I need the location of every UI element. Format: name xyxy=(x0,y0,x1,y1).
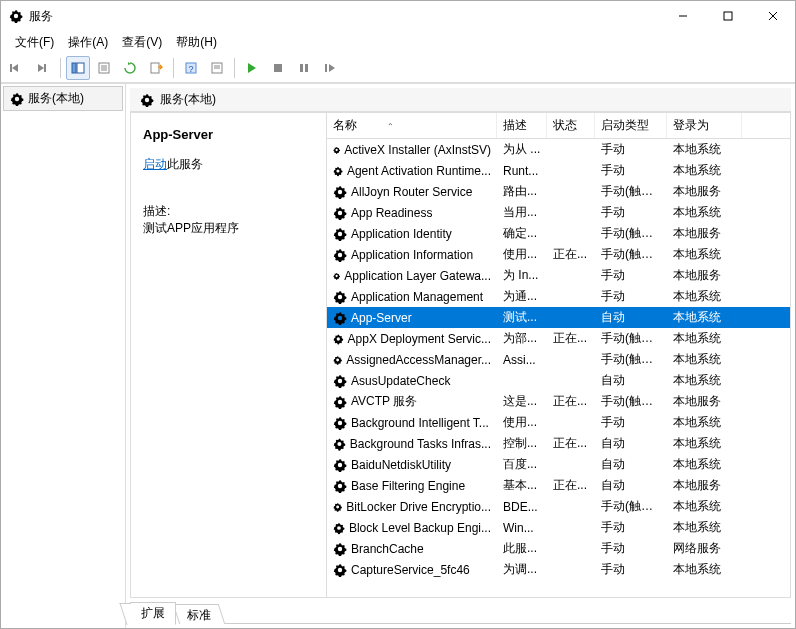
gear-icon xyxy=(333,290,347,304)
service-row[interactable]: App-Server测试...自动本地系统 xyxy=(327,307,790,328)
svg-rect-16 xyxy=(274,64,282,72)
gear-icon xyxy=(333,374,347,388)
service-row[interactable]: BranchCache此服...手动网络服务 xyxy=(327,538,790,559)
service-logon: 本地系统 xyxy=(667,160,742,181)
col-header-name[interactable]: 名称⌃ xyxy=(327,113,497,138)
pause-service-button[interactable] xyxy=(292,56,316,80)
service-logon: 本地系统 xyxy=(667,454,742,475)
maximize-button[interactable] xyxy=(705,1,750,31)
service-start-type: 手动 xyxy=(595,517,667,538)
service-desc: 为通... xyxy=(497,286,547,307)
stop-service-button[interactable] xyxy=(266,56,290,80)
refresh-button[interactable] xyxy=(118,56,142,80)
service-row[interactable]: ActiveX Installer (AxInstSV)为从 ...手动本地系统 xyxy=(327,139,790,160)
back-button[interactable] xyxy=(5,56,29,80)
service-row[interactable]: Application Information使用...正在...手动(触发..… xyxy=(327,244,790,265)
service-status: 正在... xyxy=(547,391,595,412)
start-service-button[interactable] xyxy=(240,56,264,80)
service-row[interactable]: BitLocker Drive Encryptio...BDE...手动(触发.… xyxy=(327,496,790,517)
service-desc: 为 In... xyxy=(497,265,547,286)
gear-icon xyxy=(333,563,347,577)
properties-button[interactable] xyxy=(92,56,116,80)
service-desc: 为从 ... xyxy=(497,139,547,160)
service-name: Application Management xyxy=(351,290,483,304)
service-desc: 使用... xyxy=(497,412,547,433)
service-desc xyxy=(497,379,547,383)
service-row[interactable]: App Readiness当用...手动本地系统 xyxy=(327,202,790,223)
service-logon: 本地系统 xyxy=(667,496,742,517)
gear-icon xyxy=(333,458,347,472)
service-status xyxy=(547,547,595,551)
restart-service-button[interactable] xyxy=(318,56,342,80)
console-tree: 服务(本地) xyxy=(1,84,126,628)
tree-root-services[interactable]: 服务(本地) xyxy=(3,86,123,111)
service-row[interactable]: Application Layer Gatewa...为 In...手动本地服务 xyxy=(327,265,790,286)
service-status xyxy=(547,358,595,362)
show-hide-tree-button[interactable] xyxy=(66,56,90,80)
sort-caret-icon: ⌃ xyxy=(387,122,394,131)
tree-root-label: 服务(本地) xyxy=(28,90,84,107)
forward-button[interactable] xyxy=(31,56,55,80)
service-row[interactable]: AllJoyn Router Service路由...手动(触发...本地服务 xyxy=(327,181,790,202)
service-logon: 本地系统 xyxy=(667,412,742,433)
service-name: AVCTP 服务 xyxy=(351,393,417,410)
service-status xyxy=(547,568,595,572)
service-start-type: 自动 xyxy=(595,370,667,391)
service-desc: Assi... xyxy=(497,351,547,369)
service-logon: 本地系统 xyxy=(667,244,742,265)
gear-icon xyxy=(333,185,347,199)
start-service-link[interactable]: 启动 xyxy=(143,157,167,171)
window-title: 服务 xyxy=(29,8,660,25)
service-row[interactable]: Application Identity确定...手动(触发...本地服务 xyxy=(327,223,790,244)
close-button[interactable] xyxy=(750,1,795,31)
service-name: AssignedAccessManager... xyxy=(346,353,491,367)
col-header-status[interactable]: 状态 xyxy=(547,113,595,138)
gear-icon xyxy=(333,164,343,178)
svg-rect-5 xyxy=(77,63,84,73)
service-desc: BDE... xyxy=(497,498,547,516)
description-label: 描述: xyxy=(143,203,314,220)
service-desc: 为调... xyxy=(497,559,547,580)
service-row[interactable]: AsusUpdateCheck自动本地系统 xyxy=(327,370,790,391)
menu-view[interactable]: 查看(V) xyxy=(116,32,168,53)
selected-service-name: App-Server xyxy=(143,127,314,142)
service-logon: 本地系统 xyxy=(667,328,742,349)
gear-icon xyxy=(333,332,344,346)
tab-standard[interactable]: 标准 xyxy=(173,604,225,624)
menu-help[interactable]: 帮助(H) xyxy=(170,32,223,53)
service-row[interactable]: Base Filtering Engine基本...正在...自动本地服务 xyxy=(327,475,790,496)
service-row[interactable]: AssignedAccessManager...Assi...手动(触发...本… xyxy=(327,349,790,370)
service-start-type: 手动 xyxy=(595,412,667,433)
service-row[interactable]: AVCTP 服务这是...正在...手动(触发...本地服务 xyxy=(327,391,790,412)
help-button[interactable]: ? xyxy=(179,56,203,80)
service-name: Application Information xyxy=(351,248,473,262)
description-text: 测试APP应用程序 xyxy=(143,220,314,237)
app-icon xyxy=(9,9,23,23)
toolbar: ? xyxy=(1,53,795,83)
service-row[interactable]: CaptureService_5fc46为调...手动本地系统 xyxy=(327,559,790,580)
tab-extended[interactable]: 扩展 xyxy=(130,602,176,625)
col-header-start-type[interactable]: 启动类型 xyxy=(595,113,667,138)
service-row[interactable]: BaiduNetdiskUtility百度...自动本地系统 xyxy=(327,454,790,475)
menu-action[interactable]: 操作(A) xyxy=(62,32,114,53)
about-button[interactable] xyxy=(205,56,229,80)
service-row[interactable]: Agent Activation Runtime...Runt...手动本地系统 xyxy=(327,160,790,181)
col-header-desc[interactable]: 描述 xyxy=(497,113,547,138)
service-name: BitLocker Drive Encryptio... xyxy=(346,500,491,514)
col-header-logon[interactable]: 登录为 xyxy=(667,113,742,138)
service-desc: 这是... xyxy=(497,391,547,412)
export-list-button[interactable] xyxy=(144,56,168,80)
minimize-button[interactable] xyxy=(660,1,705,31)
service-row[interactable]: Background Intelligent T...使用...手动本地系统 xyxy=(327,412,790,433)
service-start-type: 自动 xyxy=(595,475,667,496)
service-status xyxy=(547,169,595,173)
service-row[interactable]: Application Management为通...手动本地系统 xyxy=(327,286,790,307)
service-row[interactable]: Block Level Backup Engi...Win...手动本地系统 xyxy=(327,517,790,538)
service-status xyxy=(547,295,595,299)
service-row[interactable]: AppX Deployment Servic...为部...正在...手动(触发… xyxy=(327,328,790,349)
list-header: 名称⌃ 描述 状态 启动类型 登录为 xyxy=(327,113,790,139)
service-logon: 本地系统 xyxy=(667,307,742,328)
menu-file[interactable]: 文件(F) xyxy=(9,32,60,53)
service-list[interactable]: ActiveX Installer (AxInstSV)为从 ...手动本地系统… xyxy=(327,139,790,597)
service-row[interactable]: Background Tasks Infras...控制...正在...自动本地… xyxy=(327,433,790,454)
